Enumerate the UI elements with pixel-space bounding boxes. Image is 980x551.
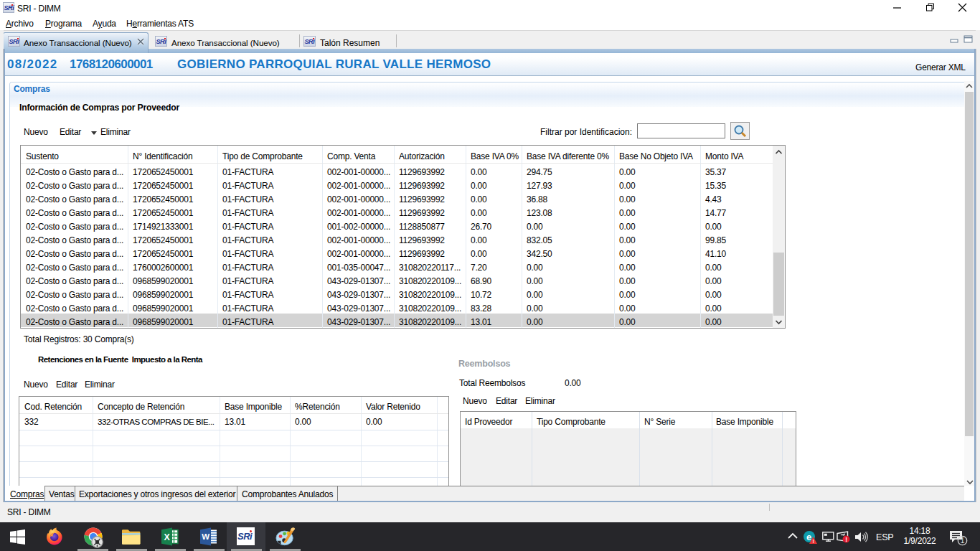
svg-text:X: X [164,532,170,542]
svg-text:!: ! [845,536,847,543]
svg-text:1: 1 [961,537,965,545]
svg-text:!: ! [812,539,814,544]
svg-text:W: W [202,532,209,541]
